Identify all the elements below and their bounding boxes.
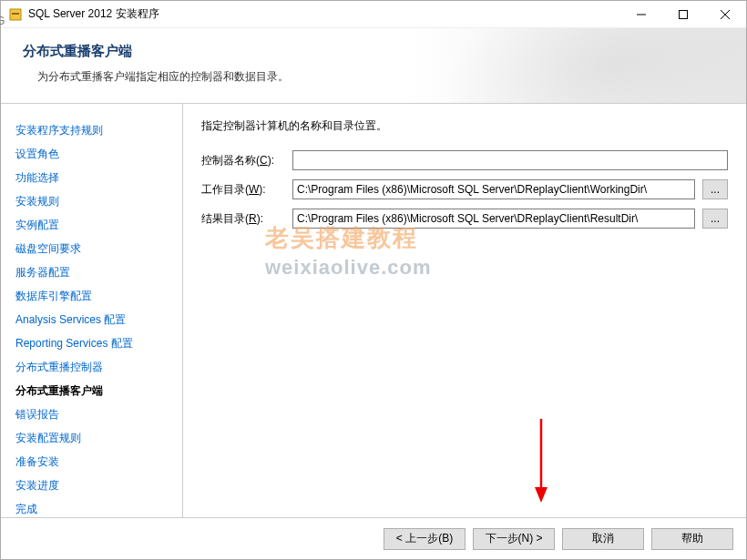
sidebar-item-1[interactable]: 设置角色 [15,142,175,166]
sidebar-item-7[interactable]: 数据库引擎配置 [15,284,175,308]
watermark-line2: weixiaolive.com [265,256,432,280]
back-button[interactable]: < 上一步(B) [384,528,466,550]
svg-rect-1 [12,13,19,15]
watermark: 老吴搭建教程 weixiaolive.com [265,222,432,280]
sidebar-item-8[interactable]: Analysis Services 配置 [15,308,175,331]
svg-rect-3 [680,10,688,18]
sidebar: 安装程序支持规则设置角色功能选择安装规则实例配置磁盘空间要求服务器配置数据库引擎… [1,104,183,517]
minimize-button[interactable] [620,1,662,27]
sidebar-item-9[interactable]: Reporting Services 配置 [15,331,175,355]
sidebar-item-14[interactable]: 准备安装 [15,450,175,473]
controller-row: 控制器名称(C): [201,150,728,170]
sidebar-item-4[interactable]: 实例配置 [15,213,175,237]
sidebar-item-16[interactable]: 完成 [15,497,175,517]
sidebar-item-3[interactable]: 安装规则 [15,189,175,213]
footer: < 上一步(B) 下一步(N) > 取消 帮助 [1,517,746,559]
page-title: 分布式重播客户端 [23,43,728,60]
sidebar-item-0[interactable]: 安装程序支持规则 [15,118,175,142]
main-panel: 指定控制器计算机的名称和目录位置。 控制器名称(C): 工作目录(W): ...… [183,104,746,517]
workdir-label: 工作目录(W): [201,182,292,198]
installer-window: G SQL Server 2012 安装程序 分布式重播客户端 为分布式重播客户… [0,0,747,560]
workdir-browse-button[interactable]: ... [702,179,728,199]
maximize-button[interactable] [662,1,704,27]
close-button[interactable] [704,1,746,27]
svg-marker-7 [535,487,547,503]
controller-label: 控制器名称(C): [201,153,292,168]
app-icon [8,7,23,22]
sidebar-item-13[interactable]: 安装配置规则 [15,426,175,450]
sidebar-item-2[interactable]: 功能选择 [15,166,175,189]
resultdir-browse-button[interactable]: ... [702,209,728,229]
page-subtitle: 为分布式重播客户端指定相应的控制器和数据目录。 [37,69,728,85]
help-button[interactable]: 帮助 [651,528,733,550]
sidebar-item-11[interactable]: 分布式重播客户端 [15,379,175,402]
titlebar: SQL Server 2012 安装程序 [1,1,746,28]
sidebar-item-15[interactable]: 安装进度 [15,473,175,497]
body: 安装程序支持规则设置角色功能选择安装规则实例配置磁盘空间要求服务器配置数据库引擎… [1,104,746,517]
workdir-row: 工作目录(W): ... [201,179,728,199]
resultdir-input[interactable] [292,209,695,229]
sidebar-item-10[interactable]: 分布式重播控制器 [15,355,175,379]
annotation-arrow-icon [532,419,550,508]
sidebar-item-12[interactable]: 错误报告 [15,402,175,426]
workdir-input[interactable] [292,179,695,199]
left-edge-char: G [0,15,5,27]
main-description: 指定控制器计算机的名称和目录位置。 [201,118,728,134]
sidebar-item-5[interactable]: 磁盘空间要求 [15,237,175,260]
page-header: 分布式重播客户端 为分布式重播客户端指定相应的控制器和数据目录。 [1,28,746,104]
resultdir-label: 结果目录(R): [201,211,292,227]
sidebar-item-6[interactable]: 服务器配置 [15,260,175,284]
cancel-button[interactable]: 取消 [562,528,644,550]
window-title: SQL Server 2012 安装程序 [28,6,620,22]
window-controls [620,1,746,27]
controller-input[interactable] [292,150,728,170]
resultdir-row: 结果目录(R): ... [201,209,728,229]
next-button[interactable]: 下一步(N) > [473,528,555,550]
